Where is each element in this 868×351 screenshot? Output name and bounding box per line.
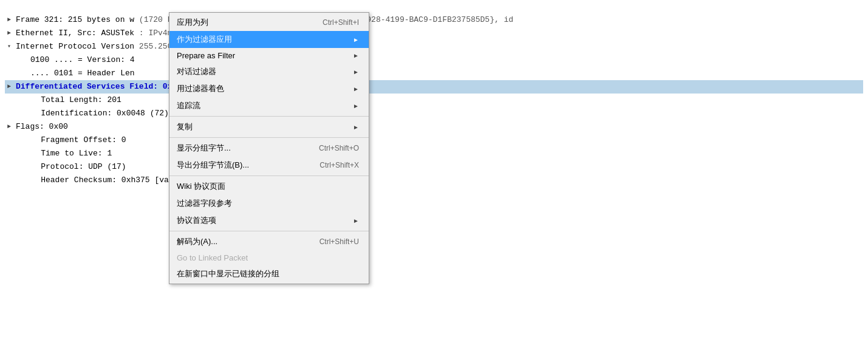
expand-dsf-icon: ► [7,81,16,93]
menu-show-packet-bytes-label: 显示分组字节... [177,143,231,154]
protocol-row: Protocol: UDP (17) [5,160,863,174]
menu-apply-as-filter[interactable]: 作为过滤器应用 ► [169,31,369,48]
ip-row-suffix: 255.250 [134,41,172,53]
expand-flags-icon: ► [7,121,16,133]
menu-colorize-filter-label: 用过滤器着色 [177,83,224,94]
expand-frame-icon: ► [7,14,16,26]
menu-go-to-linked: Go to Linked Packet [169,250,369,265]
menu-apply-as-filter-arrow: ► [353,36,359,43]
menu-decode-as[interactable]: 解码为(A)... Ctrl+Shift+U [169,233,369,250]
menu-show-packet-bytes[interactable]: 显示分组字节... Ctrl+Shift+O [169,140,369,157]
fragment-row-text: Fragment Offset: 0 [41,134,126,146]
menu-export-packet-bytes-label: 导出分组字节流(B)... [177,160,249,171]
packet-detail-panel: ► Frame 321: 215 bytes on w (1720 bits) … [0,0,868,351]
menu-copy-arrow: ► [353,124,359,131]
context-menu: 应用为列 Ctrl+Shift+I 作为过滤器应用 ► Prepare as F… [169,12,369,284]
menu-prepare-as-filter-arrow: ► [353,52,359,59]
menu-conversation-filter-label: 对话过滤器 [177,66,216,77]
menu-prepare-as-filter[interactable]: Prepare as Filter ► [169,48,369,63]
menu-follow-stream[interactable]: 追踪流 ► [169,97,369,114]
menu-apply-as-column-label: 应用为列 [177,17,208,28]
menu-filter-field-ref[interactable]: 过滤器字段参考 [169,195,369,212]
menu-apply-as-filter-label: 作为过滤器应用 [177,34,232,45]
menu-colorize-filter[interactable]: 用过滤器着色 ► [169,80,369,97]
menu-copy[interactable]: 复制 ► [169,118,369,135]
fragment-row: Fragment Offset: 0 [5,134,863,147]
menu-decode-as-label: 解码为(A)... [177,236,217,247]
menu-export-packet-bytes[interactable]: 导出分组字节流(B)... Ctrl+Shift+X [169,157,369,174]
frame-row-text: Frame 321: 215 bytes on w [16,14,134,26]
version-row: 0100 .... = Version: 4 [5,53,863,67]
menu-show-packet-bytes-shortcut: Ctrl+Shift+O [319,144,359,152]
menu-wiki-protocol-label: Wiki 协议页面 [177,181,225,192]
protocol-row-text: Protocol: UDP (17) [41,161,126,173]
protocol-indent [22,161,41,173]
menu-export-packet-bytes-shortcut: Ctrl+Shift+X [320,161,359,169]
menu-follow-stream-label: 追踪流 [177,100,200,111]
menu-prepare-as-filter-label: Prepare as Filter [177,51,235,60]
version-row-text: 0100 .... = Version: 4 [30,54,135,66]
menu-decode-as-shortcut: Ctrl+Shift+U [320,237,359,246]
menu-protocol-prefs-arrow: ► [353,217,359,224]
ttl-row: Time to Live: 1 [5,147,863,160]
ttl-indent [22,148,41,160]
menu-sep1 [169,116,369,117]
flags-row-text: Flags: 0x00 [16,121,68,133]
frame-row[interactable]: ► Frame 321: 215 bytes on w (1720 bits) … [5,13,863,27]
identification-row: Identification: 0x0048 (72) [5,107,863,120]
checksum-row: Header Checksum: 0xh375 [validation disa… [5,174,863,187]
flags-row[interactable]: ► Flags: 0x00 [5,120,863,134]
ip-row[interactable]: ▾ Internet Protocol Version 255.250 [5,40,863,53]
menu-copy-label: 复制 [177,121,193,132]
menu-follow-stream-arrow: ► [353,103,359,109]
menu-sep4 [169,231,369,231]
ethernet-row-text: Ethernet II, Src: ASUSTek [16,27,134,39]
menu-conversation-filter-arrow: ► [353,69,359,75]
dsf-row[interactable]: ► Differentiated Services Field: 0x00 (D… [5,80,863,94]
checksum-indent [22,174,41,186]
total-len-row-text: Total Length: 201 [41,94,121,106]
menu-protocol-prefs-label: 协议首选项 [177,215,216,226]
fragment-indent [22,134,41,146]
menu-go-to-linked-label: Go to Linked Packet [177,253,248,262]
ttl-row-text: Time to Live: 1 [41,148,112,160]
header-len-row: .... 0101 = Header Len [5,67,863,80]
header-len-row-text: .... 0101 = Header Len [30,67,135,80]
menu-sep3 [169,176,369,176]
expand-ip-icon: ▾ [7,41,16,53]
menu-sep2 [169,137,369,138]
total-len-indent [22,94,41,106]
version-indent [22,54,30,66]
menu-show-linked-new-window-label: 在新窗口中显示已链接的分组 [177,268,279,279]
expand-ethernet-icon: ► [7,27,16,39]
menu-protocol-prefs[interactable]: 协议首选项 ► [169,212,369,229]
menu-show-linked-new-window[interactable]: 在新窗口中显示已链接的分组 [169,265,369,282]
header-len-indent [22,67,30,80]
total-len-row: Total Length: 201 [5,94,863,107]
ip-row-text: Internet Protocol Version [16,41,134,53]
menu-conversation-filter[interactable]: 对话过滤器 ► [169,63,369,80]
identification-indent [22,107,41,120]
ethernet-row[interactable]: ► Ethernet II, Src: ASUSTek : IPv4mcast_… [5,27,863,40]
menu-colorize-filter-arrow: ► [353,86,359,92]
menu-apply-as-column-shortcut: Ctrl+Shift+I [323,18,359,27]
menu-filter-field-ref-label: 过滤器字段参考 [177,198,232,209]
identification-row-text: Identification: 0x0048 (72) [41,107,169,120]
menu-apply-as-column[interactable]: 应用为列 Ctrl+Shift+I [169,14,369,31]
menu-wiki-protocol[interactable]: Wiki 协议页面 [169,178,369,195]
